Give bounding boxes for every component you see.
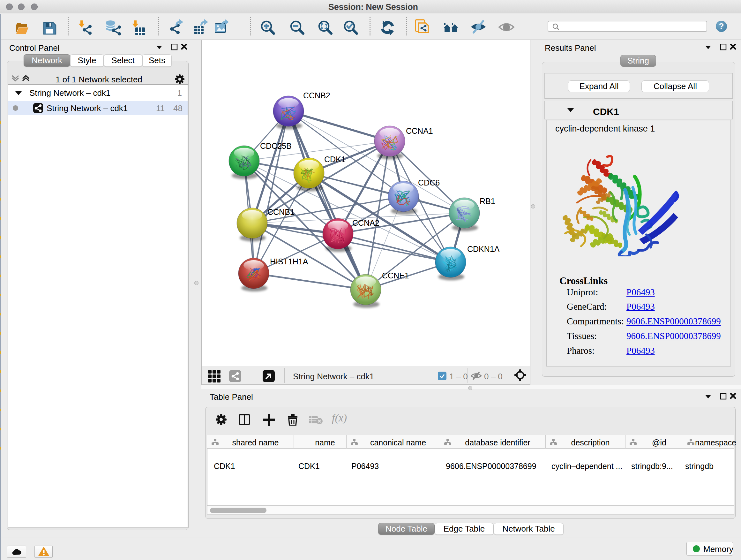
svg-text:RB1: RB1 [480,197,495,206]
svg-text:CDC6: CDC6 [418,178,440,187]
svg-text:CCNA1: CCNA1 [406,126,433,135]
svg-text:CCNB2: CCNB2 [303,91,330,100]
svg-text:CDK1: CDK1 [324,155,346,164]
svg-text:CCNB1: CCNB1 [267,207,294,216]
svg-text:CCNA2: CCNA2 [352,219,380,227]
svg-text:HIST1H1A: HIST1H1A [270,257,308,266]
svg-text:CDKN1A: CDKN1A [467,245,500,253]
svg-text:CDC25B: CDC25B [260,141,292,150]
svg-text:CCNE1: CCNE1 [382,271,409,280]
